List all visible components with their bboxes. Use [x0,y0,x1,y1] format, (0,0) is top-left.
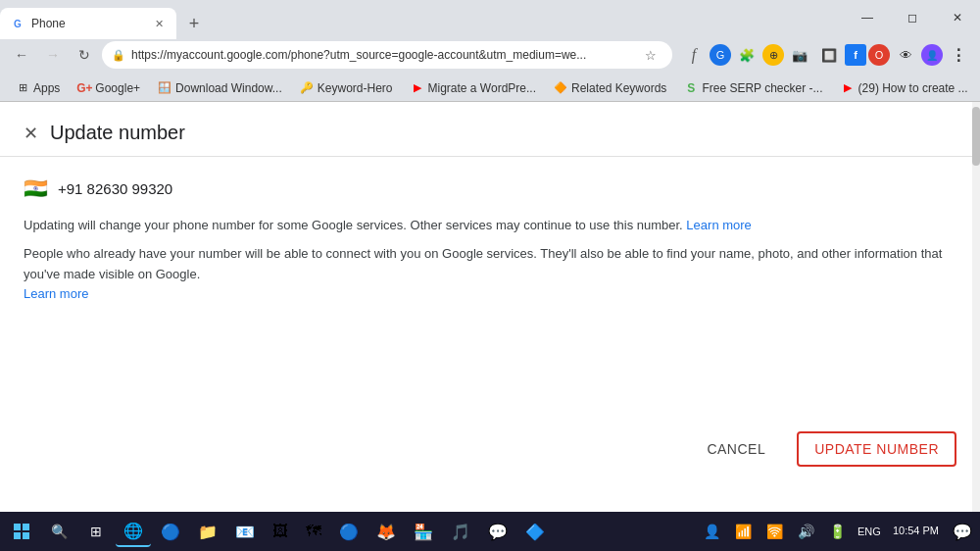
taskbar-store-app[interactable]: 🏪 [406,516,441,547]
chrome-app-icon: 🌐 [123,522,143,540]
back-button[interactable]: ← [8,41,35,69]
dialog-title: Update number [50,122,185,144]
store-icon: 🏪 [414,523,433,541]
taskbar-maps-app[interactable]: 🗺 [298,516,329,547]
active-tab[interactable]: G Phone ✕ [0,8,176,39]
forward-button[interactable]: → [39,41,67,69]
taskbar-task-view-button[interactable]: ⊞ [78,514,114,549]
learn-more-link-1[interactable]: Learn more [686,218,751,232]
taskbar: 🔍 ⊞ 🌐 🔵 📁 📧 🖼 🗺 🔵 🦊 🏪 [0,512,980,551]
bookmark-serp-checker[interactable]: S Free SERP checker -... [676,79,830,97]
tab-close-button[interactable]: ✕ [151,16,167,31]
refresh-button[interactable]: ↻ [71,41,98,69]
photos-icon: 🖼 [272,523,288,540]
minimize-button[interactable]: — [845,0,890,35]
related-keywords-favicon: 🔶 [554,81,567,95]
bookmark-related-keywords-label: Related Keywords [571,81,666,95]
spotify-icon: 🎵 [451,523,470,541]
system-clock[interactable]: 10:54 PM [887,524,945,538]
taskbar-edge-app[interactable]: 🔵 [153,516,188,547]
maps-icon: 🗺 [306,523,321,540]
bookmark-download-window[interactable]: 🪟 Download Window... [150,79,290,97]
f-icon[interactable]: f [680,41,708,69]
taskbar-chrome2-app[interactable]: 🔵 [331,516,367,547]
extension-icon-6[interactable]: f [845,44,866,66]
extension-icon-5[interactable]: 🔲 [815,41,843,69]
download-window-favicon: 🪟 [158,81,172,95]
taskbar-search-button[interactable]: 🔍 [41,514,76,549]
dialog-footer: CANCEL UPDATE NUMBER [667,416,980,482]
taskbar-photos-app[interactable]: 🖼 [265,516,296,547]
bookmark-keyword-hero-label: Keyword-Hero [318,81,393,95]
dev-icon: 🔷 [525,523,545,541]
country-flag-icon: 🇮🇳 [24,176,48,200]
bookmark-apps[interactable]: ⊞ Apps [8,79,68,97]
edge-app-icon: 🔵 [161,523,180,541]
menu-button[interactable]: ⋮ [945,41,972,69]
taskbar-spotify-app[interactable]: 🎵 [443,516,478,547]
title-bar: G Phone ✕ + — ◻ ✕ [0,0,980,35]
apps-bookmark-favicon: ⊞ [16,81,29,95]
dialog-header: ✕ Update number [0,102,980,157]
page-content: ✕ Update number 🇮🇳 +91 82630 99320 Updat… [0,102,980,512]
network-icon[interactable]: 📶 [730,518,758,545]
taskbar-chrome-app[interactable]: 🌐 [116,516,151,547]
info-text-2: People who already have your number will… [24,244,956,305]
maximize-button[interactable]: ◻ [890,0,935,35]
bookmark-google-plus-label: Google+ [95,81,140,95]
person-icon[interactable]: 👤 [699,518,726,545]
extension-icon-3[interactable]: ⊕ [762,44,784,66]
extension-icon-7[interactable]: O [868,44,890,66]
taskbar-firefox-app[interactable]: 🦊 [368,516,404,547]
security-icon: 🔒 [112,49,125,62]
extension-icon-2[interactable]: 🧩 [733,41,760,69]
learn-more-link-2[interactable]: Learn more [24,286,88,301]
bookmark-migrate-wordpress[interactable]: ▶ Migrate a WordPre... [403,79,544,97]
bookmark-serp-checker-label: Free SERP checker -... [702,81,822,95]
window-controls: — ◻ ✕ [845,0,980,35]
notification-button[interactable]: 💬 [949,518,976,545]
how-to-create-favicon: ▶ [841,81,855,95]
bookmark-star-icon[interactable]: ☆ [639,43,662,67]
extension-icon-1[interactable]: G [710,44,731,66]
extension-icon-8[interactable]: 👁 [892,41,919,69]
tab-title: Phone [31,17,145,30]
address-box[interactable]: 🔒 https://myaccount.google.com/phone?utm… [102,41,672,69]
chrome-window: G Phone ✕ + — ◻ ✕ ← → ↻ 🔒 https://myacco… [0,0,980,551]
bookmark-keyword-hero[interactable]: 🔑 Keyword-Hero [292,79,401,97]
discord-icon: 💬 [488,523,508,541]
scrollbar-thumb[interactable] [972,107,980,166]
tab-bar: G Phone ✕ + [0,0,845,35]
url-text: https://myaccount.google.com/phone?utm_s… [131,48,633,62]
profile-icon[interactable]: 👤 [921,44,943,66]
taskbar-discord-app[interactable]: 💬 [480,516,515,547]
new-tab-button[interactable]: + [180,10,208,37]
bookmark-how-to-create[interactable]: ▶ (29) How to create ... [833,79,976,97]
language-label[interactable]: ENG [856,518,883,545]
dialog-close-button[interactable]: ✕ [24,125,38,142]
battery-icon[interactable]: 🔋 [824,518,852,545]
tab-favicon: G [10,16,25,31]
system-tray: 👤 📶 🛜 🔊 🔋 ENG 10:54 PM 💬 [699,518,976,545]
bookmark-how-to-create-label: (29) How to create ... [858,81,968,95]
firefox-icon: 🦊 [376,523,396,541]
taskbar-dev-app[interactable]: 🔷 [517,516,553,547]
address-bar: ← → ↻ 🔒 https://myaccount.google.com/pho… [0,35,980,75]
taskbar-mail-app[interactable]: 📧 [227,516,263,547]
taskbar-file-explorer-app[interactable]: 📁 [190,516,225,547]
extension-icon-4[interactable]: 📷 [786,41,813,69]
start-button[interactable] [4,514,39,549]
bookmarks-bar: ⊞ Apps G+ Google+ 🪟 Download Window... 🔑… [0,75,980,102]
bookmark-related-keywords[interactable]: 🔶 Related Keywords [546,79,674,97]
scrollbar[interactable] [972,102,980,512]
bookmark-google-plus[interactable]: G+ Google+ [70,79,148,97]
wifi-icon[interactable]: 🛜 [761,518,789,545]
volume-icon[interactable]: 🔊 [793,518,820,545]
bookmark-migrate-wordpress-label: Migrate a WordPre... [428,81,536,95]
google-plus-favicon: G+ [77,81,91,95]
serp-checker-favicon: S [684,81,698,95]
update-number-button[interactable]: UPDATE NUMBER [797,431,956,467]
close-button[interactable]: ✕ [935,0,980,35]
windows-icon [14,524,29,539]
cancel-button[interactable]: CANCEL [691,433,781,465]
